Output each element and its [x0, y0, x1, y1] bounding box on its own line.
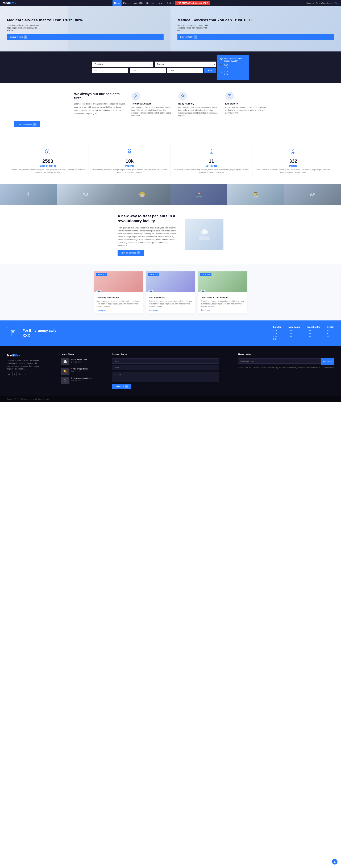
- treatment-body: Lorem ipsum dolor sit amet, consectetuer…: [117, 226, 178, 247]
- appt-address-row: 📍 XXX XXX: [220, 70, 246, 76]
- phone1: XXX: [224, 64, 228, 66]
- blog-avatar-0: 👤: [96, 290, 101, 292]
- best-doctors-icon: [131, 92, 140, 100]
- feature-text-0: Dolor sit amet, consecte tuar adipiscing…: [131, 106, 173, 117]
- stats-section: 2590 Blood donations Dolor sit amet, con…: [0, 138, 341, 184]
- phone-icon: 📞: [220, 64, 223, 66]
- social-twitter[interactable]: t: [24, 372, 28, 376]
- footer-message-input[interactable]: [112, 372, 219, 382]
- location-icon: 📍: [220, 71, 223, 73]
- strip-img-1: ⚕: [0, 184, 57, 205]
- nav-contact[interactable]: Contact: [165, 0, 175, 6]
- bristol-item-1: XXX: [327, 333, 334, 335]
- blog-text-0: Dolor sit amet, consecte tuar adipiscing…: [97, 300, 140, 308]
- strip-img-3: 😷: [114, 184, 170, 205]
- london-item-1: XXX: [273, 333, 282, 335]
- blog-comments-0[interactable]: 0 comments: [97, 309, 140, 311]
- book-btn[interactable]: Book: [204, 68, 216, 73]
- stat-text-0: Dolor sit amet, consecte tuar adipiscing…: [10, 168, 85, 174]
- atom-icon: [92, 148, 167, 157]
- feature-text-1: Dolor sit amet, consecte tuar adipiscing…: [178, 106, 220, 117]
- features-main-text: Lorem ipsum dolor sit amet, consectetuer…: [74, 102, 126, 115]
- stat-doctors: 332 Doctors Dolor sit amet, consecte tua…: [252, 145, 334, 177]
- bristol-item-0: XXX: [327, 330, 334, 332]
- nav-pages[interactable]: Pages ▾: [122, 0, 133, 6]
- footer: Medilife• Lorem ipsum dolor sit amet, co…: [0, 346, 341, 396]
- blog-grid: Jan 25, 2020 👤 New drug release soon Dol…: [7, 272, 334, 313]
- specialty-select[interactable]: Speciality 1: [92, 62, 153, 67]
- hero-right-title: Medical Services that You can Trust 100%: [177, 18, 334, 23]
- appointment-form: Speciality 1 Doctors 1 Book: [92, 62, 216, 73]
- appt-phone-row: 📞 XXX XXX: [220, 64, 246, 69]
- hero-dot-3[interactable]: [173, 49, 174, 50]
- newsletter-email-input[interactable]: [238, 359, 321, 364]
- news-date-2: Dec 22, 2020: [71, 380, 93, 382]
- hero-right-btn[interactable]: Discover Medilife +: [177, 34, 334, 40]
- feature-best-doctors: The Best Doctors Dolor sit amet, consect…: [131, 92, 173, 117]
- col-manchester-title: Manchester: [307, 326, 320, 328]
- feature-text-2: Lorem ipsum dolor sit amet, consecte tua…: [225, 106, 267, 115]
- nav-schedule: Saturday - 8am to 7pm Contact: [306, 2, 333, 4]
- emergency-cols: London XXX XXX XXX XXX New Castle XXX XX…: [273, 326, 334, 341]
- social-instagram[interactable]: in: [18, 372, 22, 376]
- footer-logo-life: life: [14, 354, 19, 357]
- nav-phone-link[interactable]: XXX: [334, 2, 338, 4]
- hero-left-btn[interactable]: Discover Medilife +: [7, 34, 164, 40]
- email-input[interactable]: [167, 68, 203, 73]
- social-google[interactable]: G: [7, 372, 11, 376]
- nav-services[interactable]: Services: [145, 0, 156, 6]
- news-img-0: 🏥: [61, 359, 69, 365]
- newsletter-subscribe-btn[interactable]: Subscribe: [321, 359, 334, 365]
- footer-contact-btn[interactable]: Contact Us +: [112, 384, 131, 389]
- col-bristol-title: Bristol: [327, 326, 334, 328]
- stat-label-1: Pacients: [92, 165, 167, 167]
- nav-links: Home Pages ▾ About Us Services News Cont…: [112, 0, 210, 6]
- footer-news: Latest News 🏥 Better Health Care Dec 21,…: [61, 353, 93, 389]
- treatment-btn[interactable]: View the services +: [117, 250, 144, 256]
- logo-life: life: [10, 1, 14, 5]
- svg-point-3: [47, 152, 48, 153]
- feature-main: We always put our pacients first Lorem i…: [74, 92, 126, 117]
- hero-right-btn-plus: +: [195, 35, 197, 39]
- date-input[interactable]: [92, 68, 128, 73]
- feature-title-0: The Best Doctors: [131, 102, 173, 105]
- newsletter-row: Subscribe: [238, 359, 334, 365]
- stat-text-2: Dolor sit amet, consecte tuar adipiscing…: [174, 168, 249, 174]
- hero-dot-1[interactable]: [167, 49, 170, 50]
- hero-dot-2[interactable]: [170, 49, 172, 50]
- clock-icon: 🕐: [220, 58, 223, 60]
- blog-comments-1[interactable]: 3 comments: [149, 309, 192, 311]
- news-item-0: 🏥 Better Health Care Dec 21, 2020: [61, 359, 93, 365]
- stat-number-2: 11: [174, 158, 249, 164]
- nav-about[interactable]: About Us: [133, 0, 144, 6]
- footer-bottom: Copyright © 2020 Compunity, name. All ri…: [0, 396, 341, 402]
- social-facebook[interactable]: f: [12, 372, 17, 376]
- bristol-item-2: XXX: [327, 335, 334, 337]
- footer-name-input[interactable]: [112, 359, 219, 364]
- blog-section: Jan 25, 2020 👤 New drug release soon Dol…: [0, 265, 341, 320]
- stat-number-1: 10k: [92, 158, 167, 164]
- blog-date-0: Jan 25, 2020: [96, 273, 107, 276]
- nav-home[interactable]: Home: [112, 0, 122, 6]
- stat-label-0: Blood donations: [10, 165, 85, 167]
- footer-newsletter: News Letter Subscribe Lorem ipsum dolor …: [238, 353, 334, 389]
- footer-email-input[interactable]: [112, 365, 219, 370]
- microscope-icon: [174, 148, 249, 157]
- blog-card-0: Jan 25, 2020 👤 New drug release soon Dol…: [94, 272, 143, 313]
- blog-comments-2[interactable]: 3 comments: [201, 309, 244, 311]
- nav-emergency[interactable]: FOR EMERGENCIES CLICK HERE: [175, 1, 210, 5]
- view-services-btn[interactable]: View the services +: [14, 121, 40, 127]
- emergency-phone-icon: [7, 327, 19, 339]
- address1: XXX: [224, 70, 228, 73]
- appointment-info-panel: 🕐 Mon - Sat 08:00 - 21:00 Sunday CLOSED …: [217, 55, 249, 80]
- time-input[interactable]: [130, 68, 166, 73]
- london-item-0: XXX: [273, 330, 282, 332]
- news-img-1: 💊: [61, 368, 69, 375]
- nav-news[interactable]: News: [156, 0, 165, 6]
- appointment-section: Speciality 1 Doctors 1 Book 🕐 Mon - Sat …: [0, 52, 341, 83]
- emergency-col-newcastle: New Castle XXX XXX XXX: [288, 326, 300, 341]
- footer-copyright: Copyright © 2020 Compunity, name. All ri…: [7, 398, 49, 400]
- treatment-text-area: A new way to treat pacients in a revolut…: [117, 214, 178, 256]
- doctor-select[interactable]: Doctors 1: [155, 62, 216, 67]
- svg-point-14: [202, 229, 207, 234]
